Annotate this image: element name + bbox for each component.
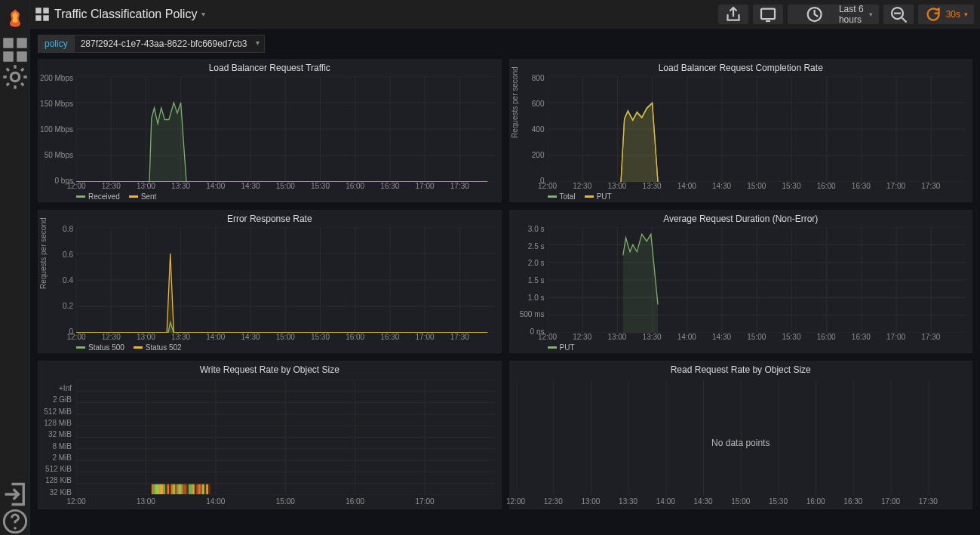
svg-rect-129 — [206, 484, 208, 494]
panel-duration[interactable]: Average Request Duration (Non-Error) 0 n… — [509, 210, 973, 353]
panel-read-heatmap[interactable]: Read Request Rate by Object Size No data… — [509, 361, 973, 509]
svg-rect-110 — [169, 484, 171, 494]
chevron-down-icon: ▾ — [201, 10, 205, 18]
svg-point-4 — [11, 72, 19, 81]
svg-rect-11 — [761, 8, 775, 19]
svg-rect-0 — [3, 38, 14, 48]
xaxis: 12:0012:3013:0013:3014:0014:3015:0015:30… — [76, 333, 495, 342]
svg-rect-119 — [186, 484, 189, 494]
panel-title: Load Balancer Request Completion Rate — [510, 60, 972, 75]
panel-completion[interactable]: Load Balancer Request Completion Rate Re… — [509, 59, 973, 202]
svg-rect-128 — [204, 484, 207, 494]
svg-rect-10 — [43, 15, 49, 21]
panel-body: No data points 12:0012:3013:0013:3014:00… — [510, 377, 972, 509]
svg-rect-109 — [167, 484, 170, 494]
zoom-out-button[interactable] — [883, 5, 914, 24]
chevron-down-icon: ▾ — [869, 11, 873, 18]
legend: ReceivedSent — [76, 192, 156, 201]
cycle-view-button[interactable] — [753, 5, 783, 24]
refresh-button[interactable]: 30s ▾ — [918, 5, 974, 24]
dashboard-title-selector[interactable]: Traffic Classification Policy ▾ — [54, 8, 205, 21]
yaxis: 0 ns500 ms1.0 s1.5 s2.0 s2.5 s3.0 s — [515, 229, 546, 331]
svg-rect-113 — [175, 484, 177, 494]
grafana-logo-icon[interactable] — [5, 8, 26, 29]
panel-body: 0 bps50 Mbps100 Mbps150 Mbps200 Mbps 12:… — [38, 75, 501, 201]
svg-rect-8 — [43, 8, 49, 14]
svg-rect-104 — [158, 484, 160, 494]
legend: Status 500Status 502 — [76, 343, 182, 352]
time-range-button[interactable]: Last 6 hours ▾ — [788, 5, 879, 24]
panel-title: Error Response Rate — [38, 211, 501, 226]
svg-rect-112 — [173, 484, 175, 494]
svg-rect-105 — [159, 484, 161, 494]
xaxis: 12:0012:3013:0013:3014:0014:3015:0015:30… — [548, 182, 966, 191]
svg-rect-102 — [153, 484, 155, 494]
panel-title: Read Request Rate by Object Size — [510, 361, 972, 377]
yaxis: 00.20.40.60.8 — [43, 229, 75, 331]
panel-title: Average Request Duration (Non-Error) — [510, 211, 972, 226]
main: Traffic Classification Policy ▾ Last 6 h… — [30, 0, 980, 535]
xaxis: 12:0013:0014:0015:0016:0017:00 — [76, 497, 495, 506]
svg-rect-107 — [163, 484, 165, 494]
sidebar-settings-icon[interactable] — [0, 63, 30, 91]
svg-rect-127 — [202, 484, 204, 494]
svg-rect-9 — [35, 15, 41, 21]
var-policy-label: policy — [38, 35, 75, 53]
panel-body: Requests per second 0200400600800 12:001… — [510, 75, 972, 201]
svg-rect-124 — [196, 484, 198, 494]
refresh-interval: 30s — [946, 9, 960, 20]
svg-rect-117 — [183, 484, 185, 494]
svg-point-6 — [14, 527, 17, 530]
sidemenu — [0, 0, 30, 535]
nodata-message: No data points — [510, 377, 972, 509]
legend: PUT — [548, 343, 575, 352]
legend: TotalPUT — [548, 192, 612, 201]
template-variables: policy 287f2924-c1e7-43aa-8622-bfc669ed7… — [30, 29, 980, 59]
svg-rect-116 — [181, 484, 183, 494]
sidebar-signin-icon[interactable] — [0, 481, 30, 508]
share-button[interactable] — [718, 5, 748, 24]
panels-grid: Load Balancer Request Traffic 0 bps50 Mb… — [30, 59, 980, 535]
svg-rect-130 — [208, 484, 210, 494]
var-policy-selector[interactable]: 287f2924-c1e7-43aa-8622-bfc669ed7cb3 — [75, 35, 265, 53]
xaxis: 12:0012:3013:0013:3014:0014:3015:0015:30… — [76, 182, 495, 191]
yaxis: +Inf2 GiB512 MiB128 MiB32 MiB8 MiB2 MiB5… — [40, 380, 73, 495]
svg-rect-1 — [17, 38, 27, 48]
time-range-label: Last 6 hours — [839, 4, 865, 25]
svg-rect-115 — [179, 484, 181, 494]
svg-rect-125 — [198, 484, 201, 494]
svg-rect-106 — [161, 484, 164, 494]
svg-rect-118 — [185, 484, 187, 494]
panel-write-heatmap[interactable]: Write Request Rate by Object Size +Inf2 … — [38, 361, 502, 509]
svg-rect-123 — [195, 484, 197, 494]
svg-rect-2 — [3, 51, 14, 62]
panel-traffic[interactable]: Load Balancer Request Traffic 0 bps50 Mb… — [38, 59, 502, 202]
svg-rect-126 — [201, 484, 203, 494]
svg-rect-101 — [152, 484, 154, 494]
svg-rect-120 — [189, 484, 191, 494]
sidebar-dashboards-icon[interactable] — [0, 36, 30, 63]
panel-title: Load Balancer Request Traffic — [38, 60, 501, 75]
navbar: Traffic Classification Policy ▾ Last 6 h… — [30, 0, 980, 29]
panel-errors[interactable]: Error Response Rate Requests per second … — [38, 210, 502, 353]
panel-body: Requests per second 00.20.40.60.8 12:001… — [38, 226, 501, 352]
panel-body: +Inf2 GiB512 MiB128 MiB32 MiB8 MiB2 MiB5… — [38, 377, 501, 509]
panel-title: Write Request Rate by Object Size — [38, 361, 501, 377]
sidebar-help-icon[interactable] — [0, 508, 30, 535]
svg-rect-108 — [165, 484, 167, 494]
svg-rect-103 — [155, 484, 158, 494]
xaxis: 12:0012:3013:0013:3014:0014:3015:0015:30… — [548, 333, 966, 342]
var-policy-value: 287f2924-c1e7-43aa-8622-bfc669ed7cb3 — [81, 38, 247, 49]
panel-body: 0 ns500 ms1.0 s1.5 s2.0 s2.5 s3.0 s 12:0… — [510, 226, 972, 352]
yaxis: 0 bps50 Mbps100 Mbps150 Mbps200 Mbps — [43, 78, 75, 180]
svg-rect-122 — [192, 484, 195, 494]
yaxis: 0200400600800 — [515, 78, 546, 180]
svg-rect-121 — [191, 484, 193, 494]
xaxis: 12:0012:3013:0013:3014:0014:3015:0015:30… — [516, 497, 966, 506]
chevron-down-icon: ▾ — [964, 11, 968, 18]
svg-rect-114 — [177, 484, 179, 494]
svg-rect-7 — [35, 8, 41, 14]
dashboard-grid-icon[interactable] — [35, 7, 50, 22]
dashboard-title: Traffic Classification Policy — [54, 8, 197, 21]
svg-rect-111 — [171, 484, 174, 494]
